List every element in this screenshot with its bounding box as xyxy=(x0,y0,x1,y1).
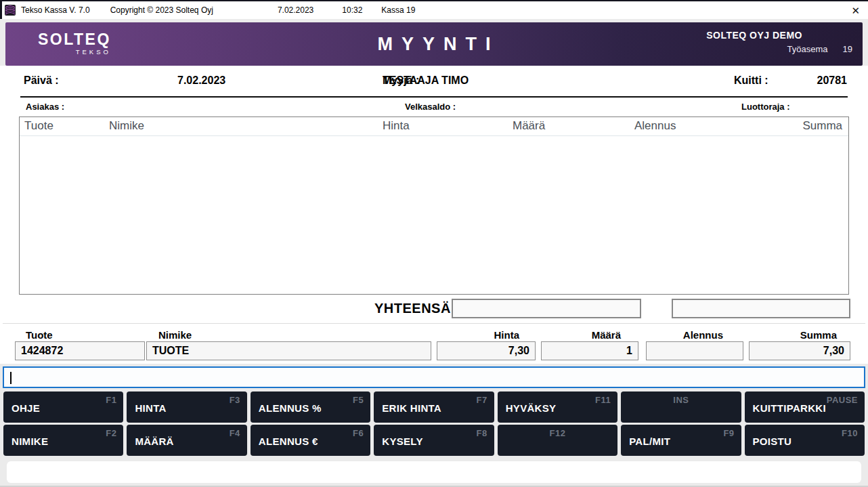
fkey-label: KYSELY xyxy=(382,436,422,447)
fkey-maara-button[interactable]: MÄÄRÄ F4 xyxy=(127,425,246,456)
debt-balance-label: Velkasaldo : xyxy=(405,102,456,112)
solteq-logo: SOLTEQ TEKSO xyxy=(38,31,111,56)
fkey-label: ERIK HINTA xyxy=(382,402,441,414)
fkey-alennus-euro-button[interactable]: ALENNUS € F6 xyxy=(251,425,370,456)
column-header-hinta: Hinta xyxy=(383,119,410,133)
close-icon[interactable]: ✕ xyxy=(851,5,860,16)
fkey-label: NIMIKE xyxy=(12,436,48,447)
fkey-hint: F12 xyxy=(498,428,617,438)
date-value: 7.02.2023 xyxy=(177,75,225,87)
fkey-label: PAL/MIT xyxy=(629,436,670,447)
screen-title: MYYNTI xyxy=(368,34,499,55)
command-input[interactable] xyxy=(3,366,865,388)
items-table-header: Tuote Nimike Hinta Määrä Alennus Summa xyxy=(20,117,848,136)
entry-tuote-input[interactable]: 1424872 xyxy=(15,341,145,360)
fkey-hint: F9 xyxy=(723,428,734,438)
date-label: Päivä : xyxy=(24,75,59,87)
function-key-panel: OHJE F1 HINTA F3 ALENNUS % F5 ERIK HINTA… xyxy=(3,391,865,456)
fkey-label: OHJE xyxy=(12,402,40,414)
window-border-edge xyxy=(0,0,2,19)
workstation-number: 19 xyxy=(843,44,852,54)
brand-header: SOLTEQ TEKSO MYYNTI SOLTEQ OYJ DEMO Työa… xyxy=(5,22,863,66)
fkey-hint: F7 xyxy=(477,395,487,405)
fkey-hint: F8 xyxy=(477,428,487,438)
entry-label-maara: Määrä xyxy=(541,329,621,341)
fkey-label: ALENNUS % xyxy=(259,402,322,414)
fkey-kysely-button[interactable]: KYSELY F8 xyxy=(374,425,494,456)
entry-nimike-input[interactable]: TUOTE xyxy=(146,341,431,360)
fkey-alennus-prosentti-button[interactable]: ALENNUS % F5 xyxy=(251,391,370,423)
fkey-kuittiparkki-button[interactable]: KUITTIPARKKI PAUSE xyxy=(745,391,865,423)
fkey-hyvaksy-button[interactable]: HYVÄKSY F11 xyxy=(498,391,617,423)
app-icon xyxy=(5,5,16,16)
entry-maara-input[interactable]: 1 xyxy=(541,341,638,360)
fkey-erik-hinta-button[interactable]: ERIK HINTA F7 xyxy=(374,391,494,423)
text-caret xyxy=(10,372,12,384)
titlebar-date: 7.02.2023 xyxy=(278,5,313,15)
entry-alennus-input[interactable] xyxy=(646,341,743,360)
fkey-label: HYVÄKSY xyxy=(506,402,557,414)
fkey-hint: F2 xyxy=(106,428,116,438)
column-header-alennus: Alennus xyxy=(634,119,676,133)
column-header-tuote: Tuote xyxy=(24,119,53,133)
session-info-row: Päivä : 7.02.2023 Myyjä : TESTAAJA TIMO … xyxy=(0,75,868,91)
entry-label-summa: Summa xyxy=(749,329,837,341)
credit-limit-label: Luottoraja : xyxy=(741,102,790,112)
titlebar-time: 10:32 xyxy=(342,5,362,15)
section-divider xyxy=(3,323,865,324)
entry-label-alennus: Alennus xyxy=(646,329,723,341)
entry-label-hinta: Hinta xyxy=(437,329,519,341)
fkey-hint: F1 xyxy=(106,395,116,405)
fkey-hint: F6 xyxy=(353,428,364,438)
workstation-label: Työasema xyxy=(787,44,828,54)
fkey-ohje-button[interactable]: OHJE F1 xyxy=(3,391,123,423)
fkey-label: KUITTIPARKKI xyxy=(753,402,826,414)
customer-info-row: Asiakas : Velkasaldo : Luottoraja : xyxy=(0,102,868,114)
fkey-hint: F11 xyxy=(595,395,611,405)
fkey-label: POISTU xyxy=(753,436,792,447)
divider-line xyxy=(20,96,848,98)
column-header-nimike: Nimike xyxy=(109,119,144,133)
entry-form-labels: Tuote Nimike Hinta Määrä Alennus Summa xyxy=(0,329,868,341)
fkey-label: ALENNUS € xyxy=(259,436,318,447)
total-secondary-field xyxy=(672,299,850,318)
app-window: Tekso Kassa V. 7.0 Copyright © 2023 Solt… xyxy=(0,0,868,487)
status-bar xyxy=(7,461,861,483)
fkey-ins-button[interactable]: INS xyxy=(621,391,741,423)
entry-label-tuote: Tuote xyxy=(26,329,53,341)
company-name: SOLTEQ OYJ DEMO xyxy=(706,30,802,41)
fkey-label: HINTA xyxy=(135,402,166,414)
logo-sub-text: TEKSO xyxy=(38,48,111,56)
entry-summa-input[interactable]: 7,30 xyxy=(749,341,850,360)
brand-right-block: SOLTEQ OYJ DEMO Työasema19 xyxy=(706,30,852,54)
entry-hinta-input[interactable]: 7,30 xyxy=(437,341,536,360)
titlebar[interactable]: Tekso Kassa V. 7.0 Copyright © 2023 Solt… xyxy=(0,0,868,19)
titlebar-register: Kassa 19 xyxy=(381,5,415,15)
entry-label-nimike: Nimike xyxy=(158,329,192,341)
fkey-hint: PAUSE xyxy=(827,395,858,405)
column-header-summa: Summa xyxy=(802,119,842,133)
seller-value: TESTAAJA TIMO xyxy=(383,75,469,87)
workstation-line: Työasema19 xyxy=(706,44,852,54)
fkey-label: MÄÄRÄ xyxy=(135,436,173,447)
copyright-text: Copyright © 2023 Solteq Oyj xyxy=(110,5,213,15)
receipt-items-table: Tuote Nimike Hinta Määrä Alennus Summa xyxy=(19,117,849,295)
total-label: YHTEENSÄ xyxy=(374,301,451,316)
customer-label: Asiakas : xyxy=(26,102,64,112)
fkey-f12-button[interactable]: F12 xyxy=(498,425,617,456)
receipt-number: 20781 xyxy=(817,75,848,87)
receipt-label: Kuitti : xyxy=(734,75,768,87)
column-header-maara: Määrä xyxy=(513,119,545,133)
logo-main-text: SOLTEQ xyxy=(38,31,111,47)
fkey-hint: F3 xyxy=(230,395,240,405)
fkey-nimike-button[interactable]: NIMIKE F2 xyxy=(3,425,123,456)
window-title: Tekso Kassa V. 7.0 xyxy=(21,5,90,15)
fkey-poistu-button[interactable]: POISTU F10 xyxy=(745,425,865,456)
total-value-field xyxy=(452,299,641,318)
fkey-hinta-button[interactable]: HINTA F3 xyxy=(127,391,246,423)
fkey-hint: F10 xyxy=(842,428,858,438)
fkey-pal-mit-button[interactable]: PAL/MIT F9 xyxy=(621,425,741,456)
fkey-hint: INS xyxy=(621,395,741,405)
fkey-hint: F5 xyxy=(353,395,364,405)
fkey-hint: F4 xyxy=(230,428,240,438)
